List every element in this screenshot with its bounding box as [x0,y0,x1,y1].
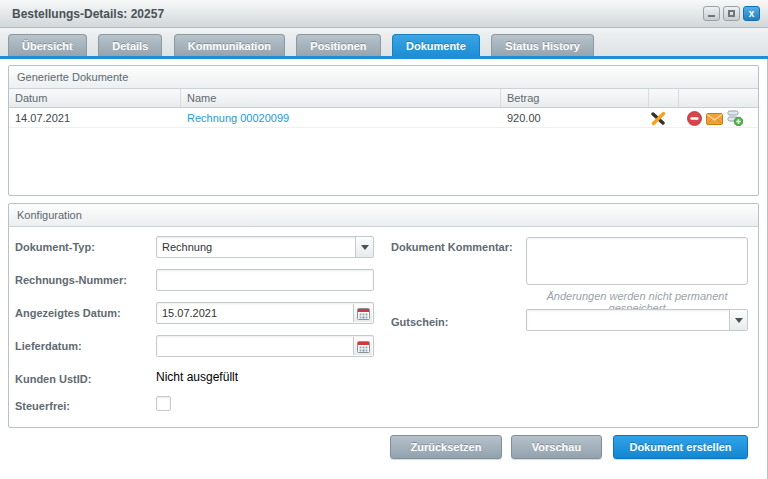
steuerfrei-checkbox[interactable] [156,396,171,411]
column-header-betrag[interactable]: Betrag [501,89,649,107]
angezeigtes-datum-field[interactable]: 15.07.2021 [156,302,374,324]
storno-cross-icon[interactable] [651,111,666,126]
lieferdatum-field[interactable] [156,335,374,357]
generated-documents-header: Generierte Dokumente [9,66,758,89]
preview-button[interactable]: Vorschau [511,435,602,459]
close-icon[interactable]: x [743,6,760,21]
cell-datum: 14.07.2021 [9,108,181,127]
tab-details[interactable]: Details [98,34,162,56]
window-controls: x [703,6,760,21]
dokument-typ-label: Dokument-Typ: [15,241,95,253]
reset-button[interactable]: Zurücksetzen [390,435,502,459]
window-title: Bestellungs-Details: 20257 [12,0,164,28]
configuration-panel: Konfiguration Dokument-Typ: Rechnung Rec… [8,203,759,428]
kunden-ustid-label: Kunden UstID: [15,373,91,385]
configuration-header: Konfiguration [9,204,758,227]
maximize-icon[interactable] [723,6,740,21]
dokument-kommentar-textarea[interactable] [526,237,748,285]
tab-strip: Übersicht Details Kommunikation Position… [0,28,768,56]
angezeigtes-datum-value: 15.07.2021 [162,303,217,323]
column-header-actions [679,89,758,107]
steuerfrei-label: Steuerfrei: [15,400,70,412]
chevron-down-icon[interactable] [355,237,373,257]
column-header-name[interactable]: Name [181,89,501,107]
order-details-window: Bestellungs-Details: 20257 x Übersicht D… [0,0,768,479]
tab-positionen[interactable]: Positionen [296,34,380,56]
rechnungs-nummer-input[interactable] [156,269,374,291]
column-header-action1 [649,89,679,107]
kunden-ustid-value: Nicht ausgefüllt [156,370,238,384]
dokument-typ-combobox[interactable]: Rechnung [156,236,374,258]
dokument-kommentar-label: Dokument Kommentar: [391,241,513,253]
tab-status-history[interactable]: Status History [491,34,594,56]
calendar-icon[interactable] [353,304,372,322]
cell-betrag: 920.00 [501,108,649,127]
gutschein-label: Gutschein: [391,316,448,328]
tab-kommunikation[interactable]: Kommunikation [174,34,285,56]
calendar-icon[interactable] [353,337,372,355]
documents-grid-header: Datum Name Betrag [9,89,758,108]
create-document-button[interactable]: Dokument erstellen [613,435,748,459]
angezeigtes-datum-label: Angezeigtes Datum: [15,307,121,319]
rechnungs-nummer-label: Rechnungs-Nummer: [15,274,127,286]
mail-icon[interactable] [706,112,723,125]
generated-documents-panel: Generierte Dokumente Datum Name Betrag 1… [8,65,759,196]
gutschein-combobox[interactable] [526,309,748,331]
table-row[interactable]: 14.07.2021 Rechnung 00020099 920.00 [9,108,758,128]
document-link[interactable]: Rechnung 00020099 [187,112,289,124]
minimize-icon[interactable] [703,6,720,21]
column-header-datum[interactable]: Datum [9,89,181,107]
tab-uebersicht[interactable]: Übersicht [8,34,87,56]
lieferdatum-label: Lieferdatum: [15,340,82,352]
active-tab-underline [0,56,768,59]
chevron-down-icon[interactable] [729,310,747,330]
window-titlebar: Bestellungs-Details: 20257 x [0,0,768,28]
merge-add-icon[interactable] [727,110,743,126]
delete-icon[interactable] [687,111,702,126]
tab-dokumente[interactable]: Dokumente [392,34,480,56]
dokument-typ-value: Rechnung [162,241,212,253]
